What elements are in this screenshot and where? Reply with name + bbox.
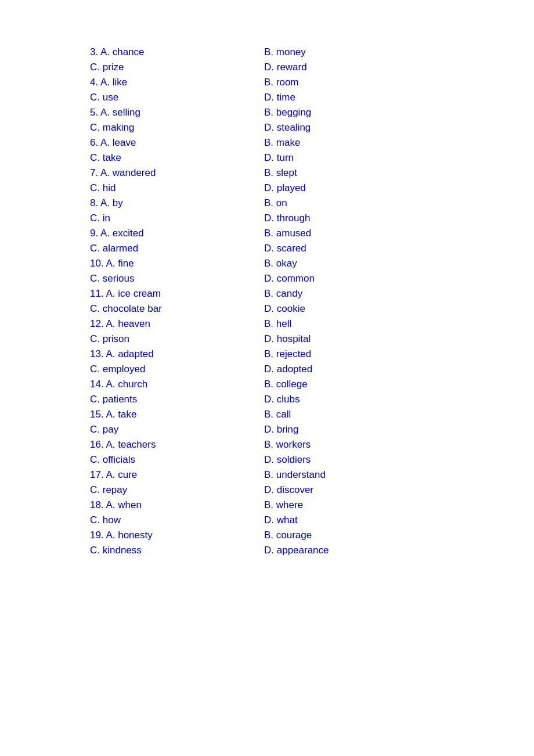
question-row-cd-17: C. kindnessD. appearance [90,545,534,556]
question-group-7: 9. A. excitedB. amusedC. alarmedD. scare… [90,228,534,254]
question-group-16: 18. A. whenB. whereC. howD. what [90,499,534,526]
option-a-text-5: A. wandered [100,167,156,178]
option-a-text-13: A. take [106,409,136,420]
option-d-8: D. common [264,273,427,285]
option-a-text-12: A. church [106,379,147,390]
question-row-ab-7: 9. A. excitedB. amused [90,228,534,239]
option-a-text-16: A. when [106,499,141,510]
option-b-7: B. amused [264,228,427,239]
question-row-ab-8: 10. A. fineB. okay [90,258,534,269]
question-number-11: 13. [90,348,106,359]
option-a-text-4: A. leave [100,137,136,148]
question-row-cd-15: C. repayD. discover [90,484,534,496]
option-d-4: D. turn [264,152,427,164]
option-a-text-17: A. honesty [106,530,152,541]
option-d-5: D. played [264,182,427,194]
option-b-13: B. call [264,409,427,420]
option-a-2: 4. A. like [90,77,264,88]
option-a-14: 16. A. teachers [90,439,264,451]
option-a-8: 10. A. fine [90,258,264,269]
option-b-6: B. on [264,197,427,209]
question-group-15: 17. A. cureB. understandC. repayD. disco… [90,469,534,496]
question-row-cd-12: C. patientsD. clubs [90,394,534,405]
option-c-16: C. how [90,514,264,526]
option-c-7: C. alarmed [90,243,264,254]
option-b-5: B. slept [264,167,427,179]
option-b-12: B. college [264,379,427,390]
question-group-2: 4. A. likeB. roomC. useD. time [90,77,534,103]
option-d-2: D. time [264,92,427,103]
question-group-13: 15. A. takeB. callC. payD. bring [90,409,534,435]
question-row-ab-4: 6. A. leaveB. make [90,137,534,149]
question-row-cd-7: C. alarmedD. scared [90,243,534,254]
question-number-16: 18. [90,499,106,510]
option-d-14: D. soldiers [264,454,427,466]
question-row-ab-6: 8. A. byB. on [90,197,534,209]
question-row-cd-9: C. chocolate barD. cookie [90,303,534,315]
question-number-3: 5. [90,107,100,118]
option-d-1: D. reward [264,62,427,73]
question-row-ab-9: 11. A. ice creamB. candy [90,288,534,300]
option-d-6: D. through [264,213,427,224]
option-d-16: D. what [264,514,427,526]
option-b-15: B. understand [264,469,427,481]
option-a-text-7: A. excited [100,228,144,239]
question-row-cd-10: C. prisonD. hospital [90,333,534,345]
question-number-10: 12. [90,318,106,329]
option-b-3: B. begging [264,107,427,118]
option-a-text-1: A. chance [100,46,145,57]
question-row-ab-14: 16. A. teachersB. workers [90,439,534,451]
question-row-ab-12: 14. A. churchB. college [90,379,534,390]
option-a-15: 17. A. cure [90,469,264,481]
option-a-text-14: A. teachers [106,439,156,450]
option-b-11: B. rejected [264,348,427,360]
question-number-17: 19. [90,530,106,541]
option-d-13: D. bring [264,424,427,435]
question-row-cd-11: C. employedD. adopted [90,363,534,375]
option-c-5: C. hid [90,182,264,194]
question-number-5: 7. [90,167,100,178]
option-d-17: D. appearance [264,545,427,556]
option-d-11: D. adopted [264,363,427,375]
question-row-cd-4: C. takeD. turn [90,152,534,164]
question-row-cd-16: C. howD. what [90,514,534,526]
question-row-cd-3: C. makingD. stealing [90,122,534,134]
option-c-15: C. repay [90,484,264,496]
question-row-ab-3: 5. A. sellingB. begging [90,107,534,118]
question-group-11: 13. A. adaptedB. rejectedC. employedD. a… [90,348,534,375]
option-d-15: D. discover [264,484,427,496]
option-a-4: 6. A. leave [90,137,264,149]
question-row-cd-1: C. prizeD. reward [90,62,534,73]
question-group-14: 16. A. teachersB. workersC. officialsD. … [90,439,534,466]
option-d-7: D. scared [264,243,427,254]
option-c-1: C. prize [90,62,264,73]
option-d-9: D. cookie [264,303,427,315]
question-row-cd-13: C. payD. bring [90,424,534,435]
question-group-17: 19. A. honestyB. courageC. kindnessD. ap… [90,530,534,556]
question-number-4: 6. [90,137,100,148]
question-row-ab-17: 19. A. honestyB. courage [90,530,534,541]
question-group-9: 11. A. ice creamB. candyC. chocolate bar… [90,288,534,315]
option-c-4: C. take [90,152,264,164]
question-row-ab-15: 17. A. cureB. understand [90,469,534,481]
question-number-1: 3. [90,46,100,57]
question-number-6: 8. [90,197,100,208]
option-a-10: 12. A. heaven [90,318,264,330]
question-number-2: 4. [90,77,100,88]
question-group-6: 8. A. byB. onC. inD. through [90,197,534,224]
option-a-text-2: A. like [100,77,127,88]
question-group-4: 6. A. leaveB. makeC. takeD. turn [90,137,534,164]
option-b-2: B. room [264,77,427,88]
option-d-12: D. clubs [264,394,427,405]
option-c-6: C. in [90,213,264,224]
question-row-ab-13: 15. A. takeB. call [90,409,534,420]
option-c-12: C. patients [90,394,264,405]
option-b-17: B. courage [264,530,427,541]
question-row-ab-11: 13. A. adaptedB. rejected [90,348,534,360]
option-a-16: 18. A. when [90,499,264,511]
option-a-6: 8. A. by [90,197,264,209]
option-a-text-8: A. fine [106,258,134,269]
option-a-text-9: A. ice cream [106,288,160,299]
option-b-8: B. okay [264,258,427,269]
option-a-text-6: A. by [100,197,123,208]
